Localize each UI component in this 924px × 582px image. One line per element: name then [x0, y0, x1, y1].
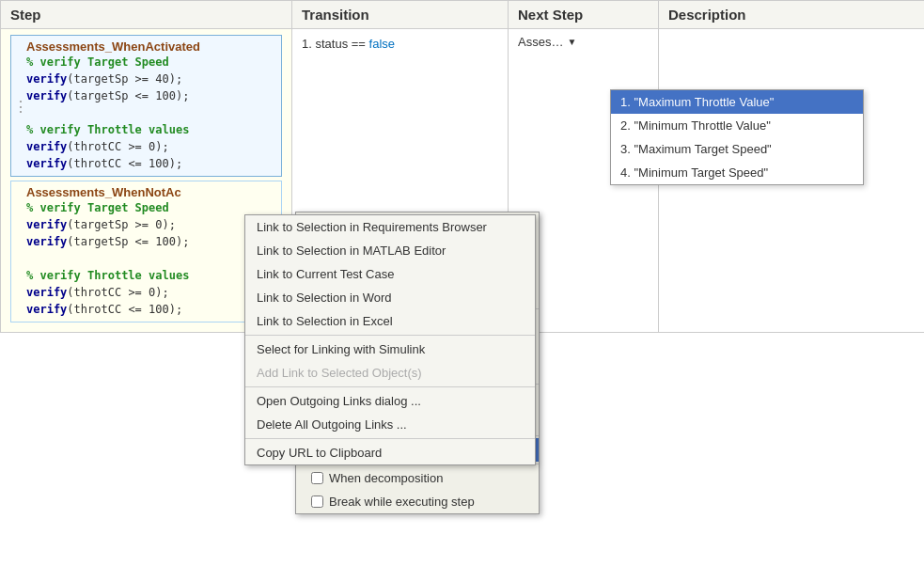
- step-code-1: % verify Target Speed verify(targetSp >=…: [26, 54, 277, 172]
- submenu-open-outgoing[interactable]: Open Outgoing Links dialog ...: [245, 389, 535, 413]
- header-transition: Transition: [292, 1, 509, 29]
- comment-1: % verify Target Speed: [26, 55, 169, 69]
- submenu-link-requirements-browser[interactable]: Link to Selection in Requirements Browse…: [245, 215, 535, 239]
- transition-false: false: [369, 37, 395, 51]
- dropdown-item-4[interactable]: 4. "Minimum Target Speed": [611, 161, 863, 184]
- dropdown-item-1[interactable]: 1. "Maximum Throttle Value": [611, 90, 863, 114]
- menu-when-decomposition[interactable]: When decomposition: [296, 466, 539, 490]
- submenu-copy-url[interactable]: Copy URL to Clipboard: [245, 441, 535, 464]
- code-2a: (targetSp >= 0);: [67, 218, 176, 231]
- code-1b: (targetSp <= 100);: [67, 89, 189, 102]
- menu-break-while[interactable]: Break while executing step: [296, 490, 539, 513]
- step-block-2[interactable]: Assessments_WhenNotAc % verify Target Sp…: [10, 181, 282, 322]
- comment-3: % verify Target Speed: [26, 201, 169, 214]
- code-1c: (throtCC >= 0);: [67, 140, 168, 153]
- submenu-link-current-test-case[interactable]: Link to Current Test Case: [245, 262, 535, 286]
- step-block-1[interactable]: ⋮ Assessments_WhenActivated % verify Tar…: [10, 35, 282, 177]
- break-while-label: Break while executing step: [329, 495, 475, 509]
- dropdown-item-2[interactable]: 2. "Minimum Throttle Value": [611, 114, 863, 137]
- kw-4: verify: [26, 157, 67, 170]
- when-decomposition-label: When decomposition: [329, 471, 443, 485]
- when-decomposition-checkbox[interactable]: [311, 472, 323, 484]
- kw-5: verify: [26, 218, 67, 231]
- transition-number: 1. status ==: [302, 37, 369, 51]
- nextstep-value[interactable]: Asses… ▼: [518, 35, 649, 49]
- kw-2: verify: [26, 89, 67, 102]
- submenu-delete-outgoing[interactable]: Delete All Outgoing Links ...: [245, 413, 535, 436]
- kw-1: verify: [26, 72, 67, 86]
- submenu-separator-2: [245, 386, 535, 387]
- code-2c: (throtCC >= 0);: [67, 286, 168, 299]
- comment-2: % verify Throttle values: [26, 123, 189, 136]
- dropdown-item-3[interactable]: 3. "Maximum Target Speed": [611, 137, 863, 161]
- submenu-separator-1: [245, 335, 535, 336]
- step-name-1: Assessments_WhenActivated: [26, 39, 277, 54]
- nextstep-text: Asses…: [518, 35, 563, 49]
- comment-4: % verify Throttle values: [26, 269, 189, 282]
- kw-8: verify: [26, 303, 67, 316]
- break-while-checkbox[interactable]: [311, 495, 323, 508]
- dropdown-list[interactable]: 1. "Maximum Throttle Value" 2. "Minimum …: [610, 89, 864, 185]
- header-description: Description: [659, 1, 925, 29]
- header-nextstep: Next Step: [509, 1, 659, 29]
- submenu-link-word[interactable]: Link to Selection in Word: [245, 286, 535, 309]
- transition-item: 1. status == false: [302, 35, 498, 53]
- code-1a: (targetSp >= 40);: [67, 72, 182, 86]
- step-code-2: % verify Target Speed verify(targetSp >=…: [26, 199, 277, 318]
- submenu-select-simulink[interactable]: Select for Linking with Simulink: [245, 338, 535, 361]
- submenu-link-matlab-editor[interactable]: Link to Selection in MATLAB Editor: [245, 239, 535, 262]
- submenu-link-excel[interactable]: Link to Selection in Excel: [245, 309, 535, 333]
- code-1d: (throtCC <= 100);: [67, 157, 182, 170]
- header-row: Step Transition Next Step Description: [1, 1, 925, 29]
- kw-7: verify: [26, 286, 67, 299]
- nextstep-arrow[interactable]: ▼: [567, 37, 576, 47]
- code-2b: (targetSp <= 100);: [67, 235, 189, 248]
- drag-handle[interactable]: ⋮: [13, 97, 28, 115]
- code-2d: (throtCC <= 100);: [67, 303, 182, 316]
- step-name-2: Assessments_WhenNotAc: [26, 185, 277, 199]
- kw-3: verify: [26, 140, 67, 153]
- submenu-separator-3: [245, 438, 535, 439]
- header-step: Step: [1, 1, 292, 29]
- submenu: Link to Selection in Requirements Browse…: [244, 214, 536, 465]
- submenu-add-link-selected[interactable]: Add Link to Selected Object(s): [245, 361, 535, 385]
- kw-6: verify: [26, 235, 67, 248]
